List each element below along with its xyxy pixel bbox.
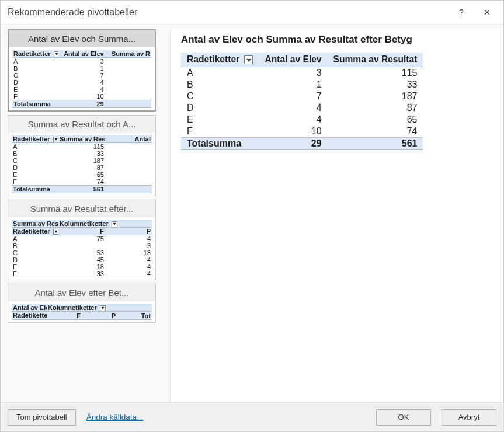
col-header-rowlabels[interactable]: Radetiketter <box>181 53 259 67</box>
blank-pivot-button[interactable]: Tom pivottabell <box>8 409 76 426</box>
help-icon[interactable]: ? <box>449 3 474 22</box>
table-row: A3115 <box>181 67 423 79</box>
chevron-down-icon[interactable]: ▾ <box>53 137 58 142</box>
ok-button[interactable]: OK <box>376 409 431 426</box>
recommendation-card[interactable]: Summa av Resultat och A...Radetiketter ▾… <box>8 115 156 196</box>
table-row: F1074 <box>181 126 423 138</box>
cancel-button[interactable]: Avbryt <box>442 409 496 426</box>
recommendation-preview: Summa av ResultatKolumnetiketter ▾Radeti… <box>8 217 155 280</box>
content-area: Antal av Elev och Summa...Radetiketter ▾… <box>1 24 503 402</box>
chevron-down-icon[interactable]: ▾ <box>54 51 59 57</box>
recommendation-preview: Radetiketter ▾Antal av ElevSumma av RA3B… <box>9 47 155 110</box>
filter-dropdown-icon[interactable] <box>244 55 253 64</box>
col-header-sum: Summa av Resultat <box>328 53 423 67</box>
preview-table: Radetiketter Antal av Elev Summa av Resu… <box>181 53 423 150</box>
recommendation-list[interactable]: Antal av Elev och Summa...Radetiketter ▾… <box>8 29 166 401</box>
close-icon[interactable]: ✕ <box>474 3 500 22</box>
recommendation-title: Summa av Resultat efter... <box>8 200 155 217</box>
recommendation-preview: Antal av ElevKolumnetiketter ▾Radetikett… <box>8 301 155 322</box>
col-header-count: Antal av Elev <box>259 53 327 67</box>
recommendation-title: Antal av Elev efter Bet... <box>8 284 155 301</box>
recommended-pivot-dialog: Rekommenderade pivottabeller ? ✕ Antal a… <box>0 0 504 432</box>
recommendation-title: Antal av Elev och Summa... <box>9 30 155 47</box>
recommendation-card[interactable]: Summa av Resultat efter...Summa av Resul… <box>8 200 156 280</box>
chevron-down-icon[interactable]: ▾ <box>100 305 106 311</box>
chevron-down-icon[interactable]: ▾ <box>112 221 117 227</box>
change-source-link[interactable]: Ändra källdata... <box>86 413 144 421</box>
table-row: B133 <box>181 79 423 90</box>
table-row: D487 <box>181 102 423 114</box>
dialog-title: Rekommenderade pivottabeller <box>8 7 449 18</box>
table-row: C7187 <box>181 90 423 102</box>
recommendation-card[interactable]: Antal av Elev och Summa...Radetiketter ▾… <box>8 29 156 112</box>
chevron-down-icon[interactable]: ▾ <box>53 229 58 235</box>
preview-panel: Antal av Elev och Summa av Resultat efte… <box>170 29 500 401</box>
recommendation-title: Summa av Resultat och A... <box>8 116 155 133</box>
recommendation-preview: Radetiketter ▾Summa av ResultatAntalA115… <box>8 133 155 196</box>
table-total-row: Totalsumma29561 <box>181 138 423 150</box>
recommendation-panel: Antal av Elev och Summa...Radetiketter ▾… <box>1 28 170 402</box>
table-row: E465 <box>181 114 423 126</box>
title-bar: Rekommenderade pivottabeller ? ✕ <box>1 1 503 24</box>
dialog-footer: Tom pivottabell Ändra källdata... OK Avb… <box>1 402 503 431</box>
recommendation-card[interactable]: Antal av Elev efter Bet...Antal av ElevK… <box>8 284 156 322</box>
preview-title: Antal av Elev och Summa av Resultat efte… <box>181 34 489 46</box>
